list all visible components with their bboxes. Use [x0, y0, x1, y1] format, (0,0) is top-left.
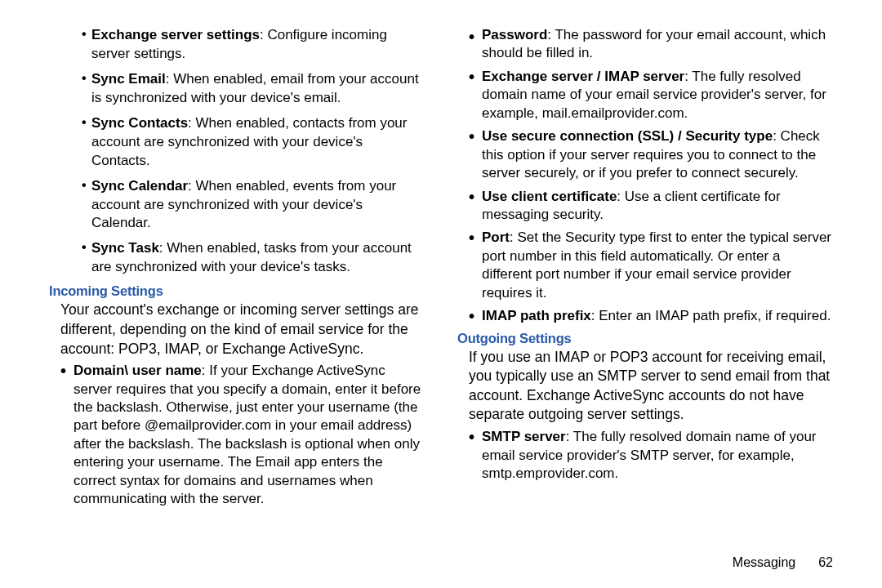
list-item: Domain\ user name: If your Exchange Acti… [49, 362, 425, 509]
list-item: Use client certificate: Use a client cer… [457, 188, 833, 225]
list-item: Sync Task: When enabled, tasks from your… [49, 239, 425, 277]
list-item: Exchange server settings: Configure inco… [49, 26, 425, 64]
page-footer: Messaging62 [733, 555, 833, 570]
definition: : If your Exchange ActiveSync server req… [74, 363, 421, 506]
term: Exchange server settings [91, 27, 260, 42]
incoming-settings-heading: Incoming Settings [49, 283, 425, 299]
list-item: Exchange server / IMAP server: The fully… [457, 68, 833, 122]
manual-page: Exchange server settings: Configure inco… [0, 0, 882, 588]
list-item: Port: Set the Security type first to ent… [457, 229, 833, 302]
list-item: Sync Contacts: When enabled, contacts fr… [49, 114, 425, 171]
term: Sync Task [91, 240, 159, 256]
term: Password [482, 27, 547, 42]
term: Sync Email [91, 71, 166, 87]
definition: : Enter an IMAP path prefix, if required… [591, 308, 831, 323]
outgoing-settings-heading: Outgoing Settings [457, 331, 833, 346]
term: Domain\ user name [74, 363, 202, 378]
term: Sync Contacts [91, 115, 188, 131]
outgoing-intro: If you use an IMAP or POP3 account for r… [457, 348, 833, 425]
list-item: Sync Email: When enabled, email from you… [49, 70, 425, 108]
list-item: Password: The password for your email ac… [457, 26, 833, 63]
two-column-layout: Exchange server settings: Configure inco… [49, 26, 833, 539]
term: IMAP path prefix [482, 308, 591, 323]
term: Use client certificate [482, 189, 617, 204]
term: Use secure connection (SSL) / Security t… [482, 128, 773, 144]
outgoing-bullets: SMTP server: The fully resolved domain n… [457, 428, 833, 483]
list-item: SMTP server: The fully resolved domain n… [457, 428, 833, 483]
term: Sync Calendar [91, 178, 188, 194]
footer-section: Messaging [733, 555, 795, 569]
list-item: Sync Calendar: When enabled, events from… [49, 177, 425, 234]
term: Port [482, 229, 510, 245]
footer-page-number: 62 [818, 555, 833, 569]
list-item: IMAP path prefix: Enter an IMAP path pre… [457, 307, 833, 325]
term: SMTP server [482, 429, 566, 444]
definition: : Set the Security type first to enter t… [482, 229, 831, 300]
incoming-intro: Your account's exchange or incoming serv… [49, 301, 425, 359]
top-sub-bullets: Exchange server settings: Configure inco… [49, 26, 425, 277]
term: Exchange server / IMAP server [482, 69, 684, 84]
list-item: Use secure connection (SSL) / Security t… [457, 127, 833, 182]
